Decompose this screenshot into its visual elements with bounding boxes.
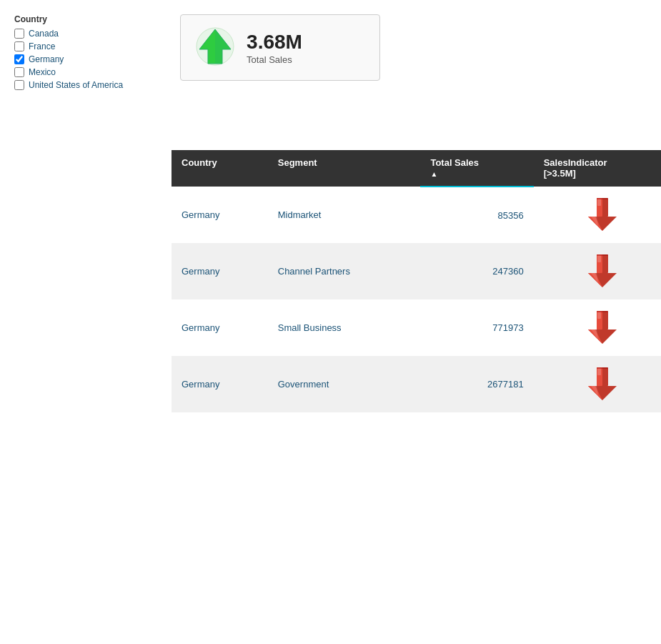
sort-arrow-icon: ▲ [430,170,437,178]
filter-title: Country [14,14,123,24]
td-sales: 771973 [420,299,533,356]
td-segment: Small Business [268,299,421,356]
td-segment: Government [268,356,421,412]
kpi-label: Total Sales [247,54,302,65]
red-down-arrow-icon [585,252,620,289]
filter-item: Mexico [14,67,123,77]
td-sales-indicator [534,299,661,356]
filter-checkbox-mexico[interactable] [14,67,24,77]
kpi-card: 3.68M Total Sales [180,14,380,81]
svg-rect-26 [597,368,601,375]
td-country: Germany [172,299,268,356]
td-segment: Channel Partners [268,243,421,299]
td-sales-indicator [534,243,661,299]
filter-panel: Country CanadaFranceGermanyMexicoUnited … [14,14,123,93]
svg-rect-23 [597,311,608,312]
table-header-row: Country Segment Total Sales ▲ SalesIndic… [172,150,661,187]
data-table: Country Segment Total Sales ▲ SalesIndic… [172,150,661,412]
td-segment: Midmarket [268,187,421,243]
svg-rect-19 [597,312,601,319]
td-sales: 247360 [420,243,533,299]
td-sales-indicator [534,356,661,412]
filter-label[interactable]: Germany [29,54,64,64]
kpi-value: 3.68M [247,30,302,54]
filter-item: Canada [14,29,123,39]
th-country: Country [172,150,268,187]
filter-label[interactable]: United States of America [29,80,123,90]
filter-label[interactable]: France [29,41,55,51]
filter-item: France [14,41,123,51]
kpi-info: 3.68M Total Sales [247,30,302,65]
svg-rect-30 [597,367,608,369]
svg-rect-5 [597,199,601,206]
svg-rect-16 [597,254,608,256]
th-total-sales[interactable]: Total Sales ▲ [420,150,533,187]
table-row: GermanyMidmarket85356 [172,187,661,243]
th-segment: Segment [268,150,421,187]
svg-rect-9 [597,198,608,199]
filter-checkbox-germany[interactable] [14,54,24,64]
filter-checkbox-france[interactable] [14,41,24,51]
td-sales: 2677181 [420,356,533,412]
table-body: GermanyMidmarket85356 [172,187,661,412]
th-sales-indicator: SalesIndicator[>3.5M] [534,150,661,187]
filter-item: Germany [14,54,123,64]
filter-items: CanadaFranceGermanyMexicoUnited States o… [14,29,123,90]
red-down-arrow-icon [585,195,620,232]
kpi-up-arrow-icon [195,25,235,70]
top-area: Country CanadaFranceGermanyMexicoUnited … [14,14,647,114]
table-row: GermanySmall Business771973 [172,299,661,356]
td-sales-indicator [534,187,661,243]
td-country: Germany [172,243,268,299]
td-country: Germany [172,187,268,243]
td-sales: 85356 [420,187,533,243]
svg-rect-12 [597,255,601,262]
filter-item: United States of America [14,80,123,90]
table-row: GermanyChannel Partners247360 [172,243,661,299]
red-down-arrow-icon [585,365,620,402]
filter-label[interactable]: Mexico [29,67,56,77]
td-country: Germany [172,356,268,412]
table-row: GermanyGovernment2677181 [172,356,661,412]
filter-checkbox-united-states-of-america[interactable] [14,80,24,90]
filter-label[interactable]: Canada [29,29,59,39]
red-down-arrow-icon [585,308,620,345]
filter-checkbox-canada[interactable] [14,29,24,39]
